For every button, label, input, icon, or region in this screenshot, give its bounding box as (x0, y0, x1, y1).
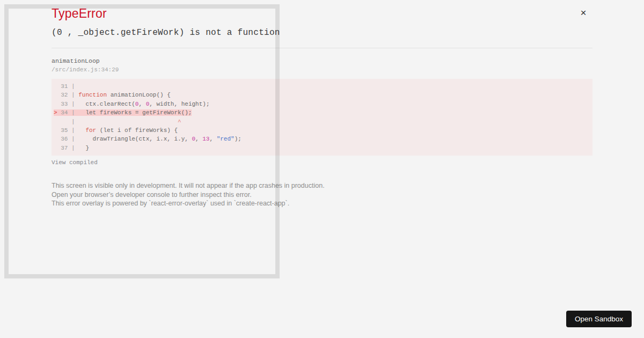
code-token-plain (78, 127, 85, 134)
code-token-plain: , (195, 136, 202, 142)
code-line: 37 | } (54, 144, 592, 152)
open-sandbox-button[interactable]: Open Sandbox (566, 311, 632, 327)
code-token-plain: let fireWorks = getFireWork(); (78, 109, 192, 116)
code-token-plain: drawTriangle(ctx, i.x, i.y, (78, 136, 192, 142)
code-token-plain: , width, height); (149, 101, 209, 107)
code-token-plain: animationLoop() { (107, 92, 171, 98)
code-line: | ^ (54, 117, 592, 126)
code-token-keyword: function (78, 92, 107, 98)
code-token-number: 13 (202, 136, 209, 142)
code-line: 32 | function animationLoop() { (54, 91, 592, 99)
view-compiled-link[interactable]: View compiled (52, 159, 98, 166)
close-icon: × (580, 8, 586, 18)
code-token-gutter: | (54, 119, 78, 125)
error-overlay: TypeError × (0 , _object.getFireWork) is… (0, 0, 644, 338)
code-token-gutter: 33 | (54, 101, 78, 107)
code-token-plain: ); (235, 136, 241, 142)
code-frame: 31 | 32 | function animationLoop() { 33 … (52, 79, 592, 156)
code-line: 33 | ctx.clearRect(0, 0, width, height); (54, 100, 592, 108)
code-token-gutter: 37 | (54, 145, 78, 151)
footer-line: This error overlay is powered by `react-… (52, 199, 325, 208)
error-type-title: TypeError (52, 6, 107, 21)
code-token-gutter: 35 | (54, 127, 78, 134)
code-token-plain: } (78, 145, 89, 151)
footer-line: This screen is visible only in developme… (52, 181, 325, 190)
stack-file-location: /src/index.js:34:29 (52, 67, 119, 73)
code-line: 36 | drawTriangle(ctx, i.x, i.y, 0, 13, … (54, 135, 592, 143)
code-token-gutter: 32 | (54, 92, 78, 98)
code-line: 35 | for (let i of fireWorks) { (54, 126, 592, 135)
footer-line: Open your browser’s developer console to… (52, 190, 325, 200)
code-token-plain: (let i of fireWorks) { (96, 127, 178, 134)
divider (52, 48, 592, 48)
error-message: (0 , _object.getFireWork) is not a funct… (52, 28, 280, 38)
code-token-gutter: 36 | (54, 136, 78, 142)
close-button[interactable]: × (576, 5, 590, 19)
code-token-plain: , (138, 101, 145, 107)
stack-function-name: animationLoop (52, 57, 100, 64)
code-line: > 34 | let fireWorks = getFireWork(); (54, 108, 592, 117)
code-line: 31 | (54, 82, 592, 91)
footer-note: This screen is visible only in developme… (52, 181, 325, 208)
code-token-plain (78, 119, 178, 125)
code-token-string: "red" (217, 136, 235, 142)
highlighted-error-line: > 34 | let fireWorks = getFireWork(); (54, 109, 192, 116)
code-token-caret: ^ (178, 119, 181, 125)
code-token-gutter: 34 | (61, 109, 78, 116)
code-token-plain: , (209, 136, 216, 142)
code-token-gutter: 31 | (54, 83, 78, 90)
code-token-keyword: for (85, 127, 96, 134)
page-background: { "colors": { "page_bg": "#f4f4f4", "tit… (0, 0, 644, 338)
code-token-marker: > (54, 109, 61, 116)
code-token-plain: ctx.clearRect( (78, 101, 135, 107)
